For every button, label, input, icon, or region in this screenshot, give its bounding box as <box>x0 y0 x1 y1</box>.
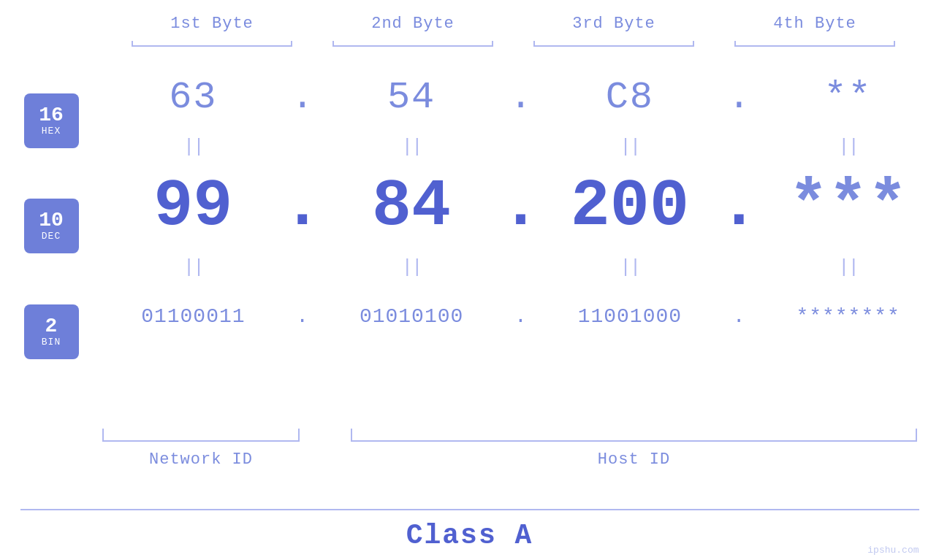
bin-badge-num: 2 <box>45 316 58 337</box>
bin-b1-cell: 01100011 <box>102 305 284 328</box>
dec-b4-cell: *** <box>757 169 939 244</box>
dec-b1-value: 99 <box>153 169 232 244</box>
hex-b1-value: 63 <box>169 76 217 119</box>
dec-dot2: . <box>503 169 539 244</box>
bin-badge-label: BIN <box>42 337 61 348</box>
bracket-line-2 <box>332 45 493 47</box>
bin-dot1: . <box>284 305 321 328</box>
host-id-label: Host ID <box>351 450 917 469</box>
bin-b2-value: 01010100 <box>360 305 463 328</box>
dec-row: 99 . 84 . 200 . *** <box>102 159 939 254</box>
sep1-b2: || <box>321 136 503 158</box>
bracket-line-4 <box>734 45 895 47</box>
class-section: Class A ipshu.com <box>20 509 919 560</box>
host-bracket <box>351 429 917 442</box>
header-byte1: 1st Byte <box>112 15 313 39</box>
dec-b2-cell: 84 <box>321 169 503 244</box>
bin-badge: 2 BIN <box>24 304 79 359</box>
dec-b3-cell: 200 <box>539 169 721 244</box>
dec-badge: 10 DEC <box>24 199 79 253</box>
sep1-b3: || <box>539 136 721 158</box>
sep1-b1: || <box>102 136 284 158</box>
bin-dot3: . <box>721 305 757 328</box>
network-bracket <box>102 429 300 442</box>
dec-b1-cell: 99 <box>102 169 284 244</box>
hex-badge-num: 16 <box>39 105 64 126</box>
bin-b2-cell: 01010100 <box>321 305 503 328</box>
network-id-label: Network ID <box>102 450 300 469</box>
data-area: 63 . 54 . C8 . ** <box>102 61 939 429</box>
bottom-section: Network ID Host ID <box>0 429 939 509</box>
hex-badge: 16 HEX <box>24 93 79 148</box>
main-area: 16 HEX 10 DEC 2 BIN 63 . <box>0 61 939 429</box>
hex-dot2: . <box>503 76 539 119</box>
bracket-cell-2 <box>313 39 514 53</box>
page-container: 1st Byte 2nd Byte 3rd Byte 4th Byte 16 H… <box>0 0 939 560</box>
dec-b4-value: *** <box>789 169 908 244</box>
sep-row-1: || || || || <box>102 134 939 159</box>
header-byte4: 4th Byte <box>715 15 916 39</box>
dec-b3-value: 200 <box>571 169 689 244</box>
bracket-cell-4 <box>715 39 916 53</box>
bracket-cell-3 <box>514 39 715 53</box>
badge-column: 16 HEX 10 DEC 2 BIN <box>0 61 102 429</box>
dec-b2-value: 84 <box>372 169 451 244</box>
bin-b3-cell: 11001000 <box>539 305 721 328</box>
bracket-line-3 <box>533 45 694 47</box>
sep2-b1: || <box>102 256 284 278</box>
hex-b4-cell: ** <box>757 76 939 119</box>
dec-badge-label: DEC <box>42 231 61 242</box>
sep2-b3: || <box>539 256 721 278</box>
bin-b4-value: ******** <box>796 305 900 328</box>
dec-badge-num: 10 <box>39 210 64 231</box>
bin-b1-value: 01100011 <box>141 305 245 328</box>
class-label: Class A <box>406 520 533 551</box>
hex-dot3: . <box>721 76 757 119</box>
bin-row: 01100011 . 01010100 . 11001000 . <box>102 280 939 353</box>
top-brackets <box>112 39 916 53</box>
hex-row: 63 . 54 . C8 . ** <box>102 61 939 134</box>
bracket-cell-1 <box>112 39 313 53</box>
bin-dot2: . <box>503 305 539 328</box>
hex-b4-value: ** <box>824 76 872 119</box>
hex-b2-cell: 54 <box>321 76 503 119</box>
dec-dot1: . <box>284 169 321 244</box>
bin-b3-value: 11001000 <box>578 305 682 328</box>
header-byte3: 3rd Byte <box>514 15 715 39</box>
sep2-b2: || <box>321 256 503 278</box>
watermark: ipshu.com <box>867 545 919 556</box>
header-byte2: 2nd Byte <box>313 15 514 39</box>
bin-b4-cell: ******** <box>757 305 939 328</box>
hex-b3-cell: C8 <box>539 76 721 119</box>
sep1-b4: || <box>757 136 939 158</box>
hex-b2-value: 54 <box>387 76 436 119</box>
sep-row-2: || || || || <box>102 254 939 280</box>
hex-b3-value: C8 <box>606 76 654 119</box>
dec-dot3: . <box>721 169 757 244</box>
bracket-line-1 <box>132 45 292 47</box>
byte-headers: 1st Byte 2nd Byte 3rd Byte 4th Byte <box>112 15 916 39</box>
hex-badge-label: HEX <box>42 126 61 137</box>
hex-b1-cell: 63 <box>102 76 284 119</box>
sep2-b4: || <box>757 256 939 278</box>
hex-dot1: . <box>284 76 321 119</box>
